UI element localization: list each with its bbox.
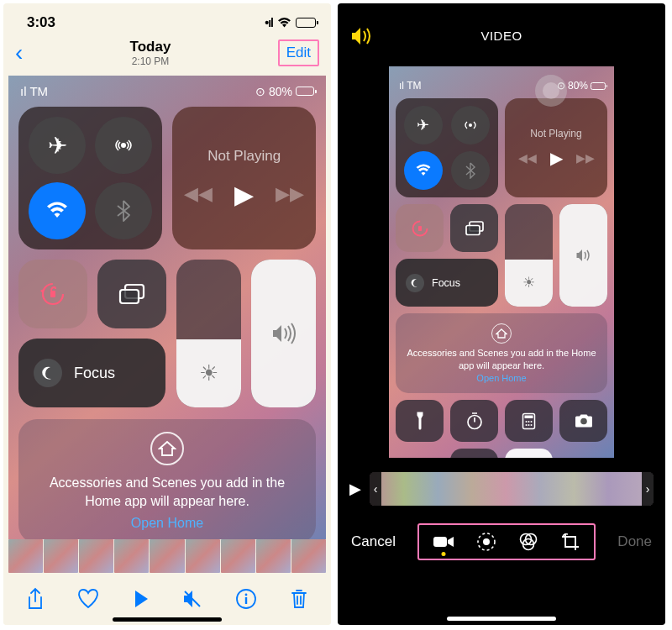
delete-button[interactable]	[290, 588, 308, 610]
control-center: ✈ Not Playing ◀◀ ▶ ▶	[8, 102, 326, 553]
filters-tab[interactable]	[518, 532, 538, 552]
calculator-toggle[interactable]	[505, 400, 553, 442]
mode-label: VIDEO	[338, 3, 665, 43]
info-button[interactable]	[235, 588, 257, 610]
play-button[interactable]	[133, 589, 150, 609]
share-button[interactable]	[26, 587, 45, 611]
skip-back-icon[interactable]: ◀◀	[518, 151, 537, 165]
wifi-toggle[interactable]	[404, 151, 443, 190]
video-editor-screen: VIDEO ıl TM ⊙ 80% ✈	[338, 3, 665, 625]
skip-back-icon[interactable]: ◀◀	[184, 183, 213, 205]
bluetooth-toggle[interactable]	[451, 151, 490, 190]
svg-point-27	[526, 421, 528, 423]
trim-handle-left[interactable]: ‹	[370, 472, 381, 506]
camera-toggle[interactable]	[559, 400, 607, 442]
favorite-button[interactable]	[76, 588, 100, 610]
cancel-button[interactable]: Cancel	[351, 533, 396, 550]
svg-point-33	[580, 418, 587, 425]
bluetooth-toggle[interactable]	[95, 182, 152, 239]
status-bar: 3:03	[3, 3, 331, 35]
home-indicator[interactable]	[113, 617, 222, 622]
status-indicators	[265, 16, 316, 29]
skip-forward-icon[interactable]: ▶▶	[276, 183, 304, 205]
video-tab[interactable]	[433, 534, 454, 549]
home-indicator[interactable]	[447, 617, 556, 621]
adjust-tab[interactable]	[476, 532, 496, 552]
svg-rect-35	[433, 537, 447, 547]
svg-rect-21	[418, 226, 422, 231]
wifi-icon	[277, 18, 291, 29]
battery-icon	[296, 18, 316, 28]
cellular-bars-icon: ıl	[20, 84, 27, 98]
svg-rect-18	[245, 597, 247, 604]
play-button[interactable]: ▶	[349, 480, 361, 498]
home-icon	[150, 432, 184, 465]
thumbnail-scrubber[interactable]	[8, 539, 326, 573]
moon-icon	[406, 274, 424, 292]
editor-preview[interactable]: ıl TM ⊙ 80% ✈	[389, 66, 614, 458]
trim-scrubber[interactable]: ‹ ›	[370, 472, 654, 506]
open-home-link[interactable]: Open Home	[131, 516, 203, 531]
brightness-slider[interactable]: ☀	[505, 204, 553, 307]
home-hub-module[interactable]: Accessories and Scenes you add in the Ho…	[396, 313, 607, 393]
edit-button[interactable]: Edit	[278, 39, 319, 66]
skip-forward-icon[interactable]: ▶▶	[576, 151, 595, 165]
home-hub-text: Accessories and Scenes you add in the Ho…	[406, 347, 597, 371]
hearing-toggle[interactable]	[450, 449, 498, 458]
navigation-bar: ‹ Today 2:10 PM Edit	[3, 35, 331, 74]
focus-toggle[interactable]: Focus	[18, 339, 165, 407]
airplane-toggle[interactable]: ✈	[404, 106, 443, 144]
svg-point-17	[245, 594, 248, 596]
screen-mirroring-toggle[interactable]	[97, 260, 166, 328]
media-module: Not Playing ◀◀ ▶ ▶▶	[505, 98, 607, 197]
battery-icon	[591, 82, 606, 90]
done-button[interactable]: Done	[617, 533, 652, 550]
svg-point-0	[121, 143, 126, 148]
airplane-toggle[interactable]: ✈	[29, 117, 86, 174]
play-icon[interactable]: ▶	[234, 180, 254, 209]
svg-rect-4	[120, 290, 139, 303]
not-playing-label: Not Playing	[207, 148, 281, 165]
timer-toggle[interactable]	[450, 400, 498, 442]
svg-point-32	[531, 424, 533, 426]
open-home-link[interactable]: Open Home	[476, 373, 526, 383]
flashlight-toggle[interactable]	[396, 400, 444, 442]
back-button[interactable]: ‹	[15, 39, 23, 66]
screen-mirroring-toggle[interactable]	[450, 204, 498, 252]
volume-slider[interactable]	[251, 260, 316, 407]
edit-mode-tabs	[417, 523, 596, 560]
orientation-lock-toggle[interactable]	[396, 204, 444, 252]
control-center: ✈ Not Playing ◀◀ ▶ ▶	[389, 95, 614, 458]
svg-rect-2	[50, 291, 55, 297]
home-hub-module[interactable]: Accessories and Scenes you add in the Ho…	[18, 419, 316, 543]
svg-point-19	[469, 123, 472, 127]
photos-app-screen: 3:03 ‹ Today 2:10 PM Edit ıl TM ⊙ 80%	[3, 3, 331, 625]
brightness-slider[interactable]: ☀	[176, 260, 241, 407]
mute-button[interactable]	[181, 588, 203, 610]
alarm-icon: ⊙	[255, 85, 265, 98]
airdrop-toggle[interactable]	[451, 106, 490, 144]
trim-handle-right[interactable]: ›	[642, 472, 654, 506]
screen-record-toggle[interactable]	[505, 449, 553, 458]
orientation-lock-toggle[interactable]	[18, 260, 87, 328]
title-day: Today	[130, 39, 171, 55]
crop-tab[interactable]	[560, 532, 580, 552]
svg-rect-26	[525, 415, 533, 418]
airdrop-toggle[interactable]	[95, 117, 152, 174]
video-preview[interactable]: ıl TM ⊙ 80% ✈	[8, 76, 326, 553]
wifi-toggle[interactable]	[29, 182, 86, 239]
play-icon[interactable]: ▶	[550, 148, 563, 168]
brightness-icon: ☀	[522, 274, 535, 291]
volume-icon	[575, 248, 592, 263]
signal-carrier: ıl TM	[399, 80, 421, 92]
connectivity-module: ✈	[18, 107, 162, 249]
focus-toggle[interactable]: Focus	[396, 259, 498, 307]
title-time: 2:10 PM	[130, 55, 171, 67]
moon-icon	[34, 359, 62, 387]
media-module: Not Playing ◀◀ ▶ ▶▶	[172, 107, 316, 249]
focus-label: Focus	[74, 365, 115, 382]
volume-button[interactable]	[351, 27, 373, 45]
home-icon	[491, 323, 512, 344]
volume-slider[interactable]	[559, 204, 607, 307]
status-time: 3:03	[27, 14, 55, 31]
